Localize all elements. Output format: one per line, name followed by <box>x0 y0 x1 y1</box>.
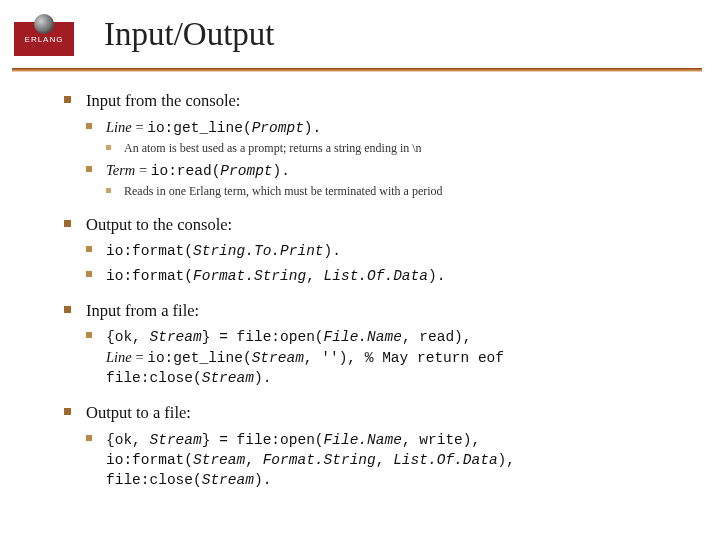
code-line: io:format(String.To.Print). <box>86 241 680 261</box>
bullet-list: Input from the console:Line = io:get_lin… <box>64 90 680 490</box>
code-text: io:format(Format.String, List.Of.Data). <box>106 266 680 286</box>
title-underline <box>12 68 702 71</box>
sub-list: {ok, Stream} = file:open(File.Name, writ… <box>86 430 680 490</box>
sub-list: {ok, Stream} = file:open(File.Name, read… <box>86 327 680 387</box>
code-text: Line = io:get_line(Prompt). <box>106 118 680 138</box>
section-heading: Input from the console: <box>86 90 680 112</box>
slide-title: Input/Output <box>104 18 720 55</box>
code-text: {ok, Stream} = file:open(File.Name, read… <box>106 327 680 387</box>
slide-header: ERLANG Input/Output <box>0 0 720 96</box>
section: Input from the console:Line = io:get_lin… <box>64 90 680 200</box>
code-line: {ok, Stream} = file:open(File.Name, writ… <box>86 430 680 490</box>
section: Input from a file:{ok, Stream} = file:op… <box>64 300 680 388</box>
section: Output to the console:io:format(String.T… <box>64 214 680 286</box>
note-list: Reads in one Erlang term, which must be … <box>106 184 680 200</box>
note-line: An atom is best used as a prompt; return… <box>106 141 680 157</box>
erlang-logo-box: ERLANG <box>14 22 74 56</box>
erlang-logo-label: ERLANG <box>25 35 64 44</box>
note-list: An atom is best used as a prompt; return… <box>106 141 680 157</box>
code-line: Line = io:get_line(Prompt).An atom is be… <box>86 118 680 157</box>
sub-list: Line = io:get_line(Prompt).An atom is be… <box>86 118 680 200</box>
code-text: Term = io:read(Prompt). <box>106 161 680 181</box>
code-text: {ok, Stream} = file:open(File.Name, writ… <box>106 430 680 490</box>
code-line: Term = io:read(Prompt).Reads in one Erla… <box>86 161 680 200</box>
code-line: {ok, Stream} = file:open(File.Name, read… <box>86 327 680 387</box>
section: Output to a file:{ok, Stream} = file:ope… <box>64 402 680 490</box>
slide-body: Input from the console:Line = io:get_lin… <box>64 90 680 504</box>
section-heading: Input from a file: <box>86 300 680 322</box>
erlang-logo-sphere <box>34 14 54 34</box>
sub-list: io:format(String.To.Print).io:format(For… <box>86 241 680 285</box>
note-line: Reads in one Erlang term, which must be … <box>106 184 680 200</box>
section-heading: Output to a file: <box>86 402 680 424</box>
section-heading: Output to the console: <box>86 214 680 236</box>
erlang-logo: ERLANG <box>14 22 84 66</box>
code-line: io:format(Format.String, List.Of.Data). <box>86 266 680 286</box>
code-text: io:format(String.To.Print). <box>106 241 680 261</box>
